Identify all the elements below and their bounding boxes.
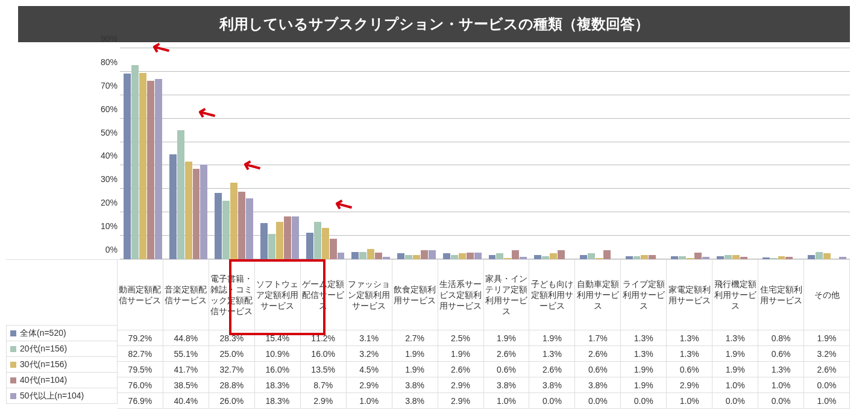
bar [550, 253, 557, 259]
data-cell: 1.9% [392, 362, 438, 377]
bar [397, 253, 404, 260]
data-cell: 28.8% [209, 377, 255, 393]
data-cell: 28.3% [209, 330, 255, 346]
y-tick-label: 30% [101, 174, 118, 184]
data-cell: 0.6% [758, 346, 804, 362]
data-cell: 2.6% [438, 362, 484, 377]
category-header: 動画定額配信サービス [118, 259, 163, 330]
category-header: ソフトウェア定額利用サービス [255, 259, 301, 330]
category-header: 飲食定額利用サービス [392, 259, 438, 330]
category-header: 自動車定額利用サービス [575, 259, 621, 330]
bar [284, 216, 291, 259]
bar [421, 250, 428, 259]
y-tick-label: 40% [101, 151, 118, 160]
legend-swatch [10, 346, 16, 352]
bar [292, 216, 299, 259]
bar [147, 81, 154, 259]
y-tick-label: 20% [101, 198, 118, 207]
data-cell: 0.0% [621, 393, 667, 409]
bar [694, 253, 702, 259]
data-cell: 1.3% [667, 330, 712, 346]
data-cell: 1.3% [621, 330, 667, 346]
y-tick-label: 90% [101, 34, 118, 43]
data-cell: 2.9% [438, 393, 484, 409]
data-cell: 1.9% [621, 362, 667, 377]
data-cell: 2.6% [484, 346, 530, 362]
data-cell: 25.0% [209, 346, 255, 362]
data-cell: 1.0% [712, 377, 758, 393]
data-cell: 3.2% [804, 346, 850, 362]
data-cell: 76.9% [118, 393, 163, 409]
data-cell: 13.5% [301, 362, 347, 377]
data-cell: 1.3% [712, 330, 758, 346]
legend-label: 50代以上(n=104) [20, 391, 84, 402]
bar [139, 73, 146, 259]
series-legend-row: 20代(n=156) [6, 341, 118, 357]
bar [725, 255, 732, 259]
data-cell: 3.2% [347, 346, 392, 362]
bar [351, 252, 359, 259]
data-cell: 2.6% [804, 362, 850, 377]
data-cell: 0.0% [758, 393, 804, 409]
bar [306, 233, 313, 259]
data-cell: 1.0% [484, 393, 530, 409]
category-header: 住宅定額利用サービス [758, 259, 804, 330]
bar [459, 253, 466, 259]
bar [314, 222, 321, 259]
bar [443, 253, 450, 259]
data-cell: 1.0% [804, 393, 850, 409]
bar [238, 192, 245, 259]
data-cell: 10.9% [255, 346, 301, 362]
category-header: ファッション定額利用サービス [347, 259, 392, 330]
legend-label: 40代(n=104) [20, 375, 67, 386]
y-tick-label: 80% [101, 57, 118, 67]
data-cell: 1.9% [438, 346, 484, 362]
bar [429, 250, 436, 259]
data-cell: 0.0% [712, 393, 758, 409]
bar [230, 183, 237, 259]
bar [124, 74, 131, 259]
y-axis-labels: 0%10%20%30%40%50%60%70%80%90% [6, 48, 120, 259]
data-cell: 79.5% [118, 362, 163, 377]
data-cell: 2.7% [392, 330, 438, 346]
bar [496, 253, 503, 259]
data-cell: 1.3% [758, 362, 804, 377]
data-cell: 3.1% [347, 330, 392, 346]
bar [588, 253, 595, 259]
data-cell: 0.6% [667, 362, 712, 377]
series-legend-row: 全体(n=520) [6, 326, 118, 341]
legend-swatch [10, 330, 16, 336]
bar [375, 253, 382, 259]
data-cell: 1.3% [621, 346, 667, 362]
legend-label: 全体(n=520) [20, 328, 66, 339]
bar [131, 65, 139, 259]
bar [215, 193, 222, 259]
bar [338, 253, 345, 259]
data-cell: 1.3% [529, 346, 575, 362]
category-header: 飛行機定額利用サービス [712, 259, 758, 330]
bar [732, 255, 740, 259]
bar [169, 154, 177, 259]
data-cell: 16.0% [255, 362, 301, 377]
bar [330, 239, 337, 259]
data-cell: 0.0% [804, 377, 850, 393]
bar [260, 223, 268, 259]
data-cell: 4.5% [347, 362, 392, 377]
data-cell: 18.3% [255, 377, 301, 393]
data-cell: 0.0% [529, 393, 575, 409]
y-tick-label: 70% [101, 81, 118, 90]
data-cell: 1.9% [712, 346, 758, 362]
data-cell: 2.9% [347, 377, 392, 393]
data-cell: 2.9% [301, 393, 347, 409]
bar [467, 253, 474, 259]
legend-swatch [10, 377, 16, 383]
data-cell: 1.9% [392, 346, 438, 362]
bar [200, 165, 207, 259]
data-cell: 1.9% [712, 362, 758, 377]
data-cell: 2.5% [438, 330, 484, 346]
bar [193, 169, 200, 259]
data-cell: 2.9% [438, 377, 484, 393]
data-cell: 40.4% [163, 393, 209, 409]
data-cell: 2.9% [667, 377, 712, 393]
y-tick-label: 0% [105, 245, 118, 254]
